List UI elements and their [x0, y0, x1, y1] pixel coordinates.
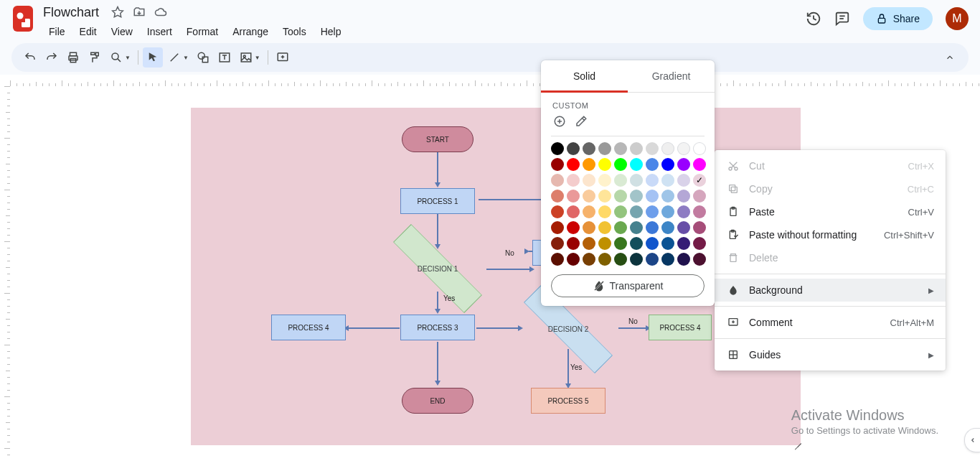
- menu-insert[interactable]: Insert: [141, 23, 178, 40]
- color-swatch[interactable]: [630, 253, 643, 266]
- transparent-button[interactable]: Transparent: [551, 274, 705, 297]
- color-swatch[interactable]: [583, 174, 595, 187]
- color-swatch[interactable]: [598, 142, 611, 155]
- color-swatch[interactable]: [661, 190, 674, 203]
- color-swatch[interactable]: [646, 221, 659, 234]
- color-swatch[interactable]: [693, 221, 706, 234]
- move-icon[interactable]: [132, 5, 146, 19]
- side-panel-toggle[interactable]: [964, 428, 980, 452]
- color-swatch[interactable]: [630, 158, 643, 171]
- color-swatch[interactable]: [661, 205, 674, 218]
- select-tool[interactable]: [143, 47, 163, 68]
- ctx-paste-without-formatting[interactable]: Paste without formattingCtrl+Shift+V: [715, 223, 946, 246]
- color-swatch[interactable]: [661, 158, 674, 171]
- color-swatch[interactable]: [630, 237, 643, 250]
- color-swatch[interactable]: [551, 205, 564, 218]
- add-custom-color-button[interactable]: [552, 114, 567, 129]
- color-swatch[interactable]: [693, 237, 706, 250]
- history-icon[interactable]: [806, 11, 821, 27]
- color-swatch[interactable]: [693, 142, 706, 155]
- color-swatch[interactable]: [583, 190, 595, 203]
- image-tool[interactable]: [236, 47, 256, 68]
- color-swatch[interactable]: [646, 158, 659, 171]
- color-swatch[interactable]: [583, 237, 595, 250]
- line-tool[interactable]: [164, 47, 184, 68]
- color-swatch[interactable]: [567, 158, 580, 171]
- color-swatch[interactable]: [693, 158, 706, 171]
- menu-tools[interactable]: Tools: [277, 23, 312, 40]
- document-title[interactable]: Flowchart: [43, 5, 99, 20]
- color-swatch[interactable]: [646, 253, 659, 266]
- color-swatch[interactable]: [567, 174, 580, 187]
- color-swatch[interactable]: [614, 221, 627, 234]
- color-swatch[interactable]: [551, 221, 564, 234]
- flowchart-process-3[interactable]: PROCESS 3: [400, 315, 475, 340]
- color-swatch[interactable]: [551, 190, 564, 203]
- color-swatch[interactable]: [583, 205, 595, 218]
- color-swatch[interactable]: [598, 221, 611, 234]
- ctx-background[interactable]: Background▶: [715, 279, 946, 302]
- eyedropper-button[interactable]: [574, 114, 588, 129]
- color-swatch[interactable]: [583, 221, 595, 234]
- menu-edit[interactable]: Edit: [74, 23, 103, 40]
- color-swatch[interactable]: [661, 174, 674, 187]
- account-avatar[interactable]: M: [946, 7, 969, 30]
- color-swatch[interactable]: [551, 142, 564, 155]
- menu-file[interactable]: File: [43, 23, 71, 40]
- color-swatch[interactable]: [677, 190, 690, 203]
- color-swatch[interactable]: [614, 205, 627, 218]
- color-swatch[interactable]: [598, 190, 611, 203]
- color-swatch[interactable]: [693, 174, 706, 187]
- shape-tool[interactable]: [193, 47, 213, 68]
- color-swatch[interactable]: [693, 190, 706, 203]
- color-swatch[interactable]: [614, 174, 627, 187]
- ctx-guides[interactable]: Guides▶: [715, 343, 946, 366]
- color-swatch[interactable]: [677, 221, 690, 234]
- color-swatch[interactable]: [646, 174, 659, 187]
- color-swatch[interactable]: [598, 253, 611, 266]
- color-swatch[interactable]: [693, 205, 706, 218]
- color-swatch[interactable]: [598, 158, 611, 171]
- cloud-status-icon[interactable]: [154, 5, 168, 19]
- flowchart-process-4-right[interactable]: PROCESS 4: [649, 315, 712, 340]
- color-swatch[interactable]: [661, 221, 674, 234]
- color-swatch[interactable]: [567, 205, 580, 218]
- undo-button[interactable]: [20, 47, 40, 68]
- color-swatch[interactable]: [551, 174, 564, 187]
- color-swatch[interactable]: [630, 174, 643, 187]
- flowchart-decision-2[interactable]: DECISION 2: [518, 306, 618, 352]
- ctx-comment[interactable]: CommentCtrl+Alt+M: [715, 311, 946, 334]
- flowchart-process-1[interactable]: PROCESS 1: [400, 188, 475, 214]
- color-swatch[interactable]: [614, 237, 627, 250]
- redo-button[interactable]: [42, 47, 62, 68]
- color-tab-gradient[interactable]: Gradient: [628, 60, 715, 92]
- color-swatch[interactable]: [614, 253, 627, 266]
- color-swatch[interactable]: [567, 237, 580, 250]
- zoom-dropdown[interactable]: ▼: [125, 55, 133, 61]
- color-swatch[interactable]: [598, 205, 611, 218]
- image-tool-dropdown[interactable]: ▼: [255, 55, 263, 61]
- flowchart-process-5[interactable]: PROCESS 5: [531, 388, 606, 414]
- color-swatch[interactable]: [630, 190, 643, 203]
- color-swatch[interactable]: [661, 253, 674, 266]
- color-swatch[interactable]: [551, 158, 564, 171]
- color-swatch[interactable]: [598, 174, 611, 187]
- flowchart-end[interactable]: END: [402, 388, 473, 414]
- ctx-paste[interactable]: PasteCtrl+V: [715, 200, 946, 223]
- color-swatch[interactable]: [646, 142, 659, 155]
- color-swatch[interactable]: [567, 190, 580, 203]
- color-swatch[interactable]: [551, 253, 564, 266]
- menu-help[interactable]: Help: [315, 23, 347, 40]
- menu-view[interactable]: View: [105, 23, 138, 40]
- color-swatch[interactable]: [677, 253, 690, 266]
- comments-icon[interactable]: [834, 11, 850, 27]
- color-swatch[interactable]: [677, 174, 690, 187]
- color-swatch[interactable]: [630, 221, 643, 234]
- share-button[interactable]: Share: [863, 7, 933, 30]
- color-swatch[interactable]: [567, 221, 580, 234]
- page-resize-handle[interactable]: [793, 437, 801, 446]
- color-swatch[interactable]: [677, 142, 690, 155]
- color-tab-solid[interactable]: Solid: [541, 60, 628, 93]
- color-swatch[interactable]: [583, 142, 595, 155]
- color-swatch[interactable]: [583, 253, 595, 266]
